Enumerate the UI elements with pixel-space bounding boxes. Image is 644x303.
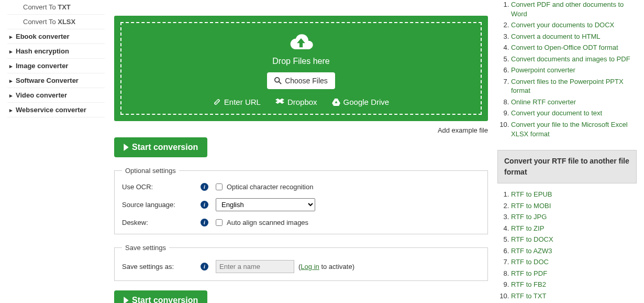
format-link[interactable]: RTF to DOC [511,258,549,266]
dropzone[interactable]: Drop Files here Choose Files Enter URL D… [114,16,488,121]
sidebar-cat-video[interactable]: Video converter [7,88,105,103]
sidebar-cat-image[interactable]: Image converter [7,59,105,73]
cloud-upload-icon [288,33,314,52]
start-conversion-button-bottom[interactable]: Start conversion [114,290,207,303]
format-link[interactable]: RTF to DOCX [511,235,553,243]
source-language-select[interactable]: English [216,198,315,211]
svg-point-0 [275,78,280,82]
deskew-label: Deskew: [122,219,201,226]
info-icon[interactable]: i [201,219,208,226]
google-drive-button[interactable]: Google Drive [332,98,390,106]
converter-link[interactable]: Convert your file to the Microsoft Excel… [511,121,628,138]
list-item: RTF to FB2 [511,280,637,289]
deskew-checkbox[interactable] [216,219,223,226]
sidebar-cat-software[interactable]: Software Converter [7,73,105,88]
list-item: RTF to PDF [511,269,637,278]
converter-link[interactable]: Online RTF converter [511,98,576,106]
list-item: RTF to EPUB [511,190,637,199]
list-item: RTF to DOCX [511,235,637,244]
svg-line-1 [279,82,281,84]
format-link[interactable]: RTF to TXT [511,292,546,300]
info-icon[interactable]: i [201,183,208,191]
list-item: Convert your documents to DOCX [511,20,637,30]
sidebar-cat-hash[interactable]: Hash encryption [7,44,105,59]
drop-text: Drop Files here [127,57,475,66]
format-link[interactable]: RTF to FB2 [511,280,546,288]
chevron-right-icon [124,297,129,303]
rtf-formats-list: RTF to EPUB RTF to MOBI RTF to JPG RTF t… [497,190,637,300]
converter-link[interactable]: Convert a document to HTML [511,33,601,40]
list-item: Convert your file to the Microsoft Excel… [511,120,637,138]
converter-link[interactable]: Convert files to the Powerpoint PPTX for… [511,78,624,95]
save-name-input[interactable] [216,260,294,273]
link-icon [213,98,221,106]
list-item: Online RTF converter [511,98,637,107]
converter-link[interactable]: Convert to Open-Office ODT format [511,44,618,51]
format-link[interactable]: RTF to AZW3 [511,247,552,255]
dropbox-button[interactable]: Dropbox [275,98,317,106]
source-language-label: Source language: [122,201,201,209]
start-conversion-button-top[interactable]: Start conversion [114,137,207,157]
sidebar-cat-ebook[interactable]: Ebook converter [7,29,105,44]
converter-link[interactable]: Convert your document to text [511,109,602,117]
converter-link[interactable]: Convert PDF and other documents to Word [511,1,624,18]
ocr-label: Use OCR: [122,183,201,191]
list-item: Convert documents and images to PDF [511,55,637,64]
list-item: Convert your document to text [511,109,637,118]
info-icon[interactable]: i [201,263,208,270]
optional-settings-fieldset: Optional settings Use OCR: i Optical cha… [114,167,488,234]
format-link[interactable]: RTF to ZIP [511,224,544,232]
list-item: RTF to AZW3 [511,246,637,256]
save-as-label: Save settings as: [122,263,201,270]
deskew-text: Auto align scanned images [227,219,308,226]
list-item: RTF to DOC [511,257,637,267]
optional-settings-legend: Optional settings [122,167,179,175]
format-link[interactable]: RTF to PDF [511,269,547,277]
ocr-text: Optical character recognition [227,183,313,191]
list-item: Powerpoint converter [511,66,637,75]
search-icon [274,77,282,84]
format-link[interactable]: RTF to JPG [511,213,547,221]
info-icon[interactable]: i [201,201,208,209]
list-item: RTF to ZIP [511,224,637,233]
related-converters-list: Convert PDF and other documents to Word … [497,0,637,138]
list-item: Convert to Open-Office ODT format [511,43,637,52]
format-link[interactable]: RTF to MOBI [511,202,551,210]
ocr-checkbox[interactable] [216,183,223,190]
add-example-link[interactable]: Add example file [438,126,488,134]
list-item: Convert files to the Powerpoint PPTX for… [511,77,637,95]
list-item: RTF to MOBI [511,201,637,211]
enter-url-button[interactable]: Enter URL [213,98,261,106]
login-link[interactable]: Log in [301,263,319,270]
list-item: Convert PDF and other documents to Word [511,0,637,18]
save-settings-fieldset: Save settings Save settings as: i (Log i… [114,244,488,281]
rtf-formats-heading: Convert your RTF file to another file fo… [497,150,637,183]
converter-link[interactable]: Powerpoint converter [511,66,575,74]
choose-files-button[interactable]: Choose Files [267,72,335,89]
save-suffix: (Log in to activate) [298,263,354,270]
converter-link[interactable]: Convert your documents to DOCX [511,21,614,29]
save-settings-legend: Save settings [122,244,169,252]
converter-link[interactable]: Convert documents and images to PDF [511,55,630,63]
dropbox-icon [275,98,284,106]
format-link[interactable]: RTF to EPUB [511,190,552,198]
sidebar-sub-txt[interactable]: Convert To TXT [7,0,105,15]
list-item: RTF to TXT [511,291,637,301]
list-item: RTF to JPG [511,212,637,222]
list-item: Convert a document to HTML [511,32,637,41]
sidebar-cat-webservice[interactable]: Webservice converter [7,103,105,117]
google-drive-icon [332,99,340,106]
sidebar-sub-xlsx[interactable]: Convert To XLSX [7,15,105,29]
chevron-right-icon [124,144,129,151]
